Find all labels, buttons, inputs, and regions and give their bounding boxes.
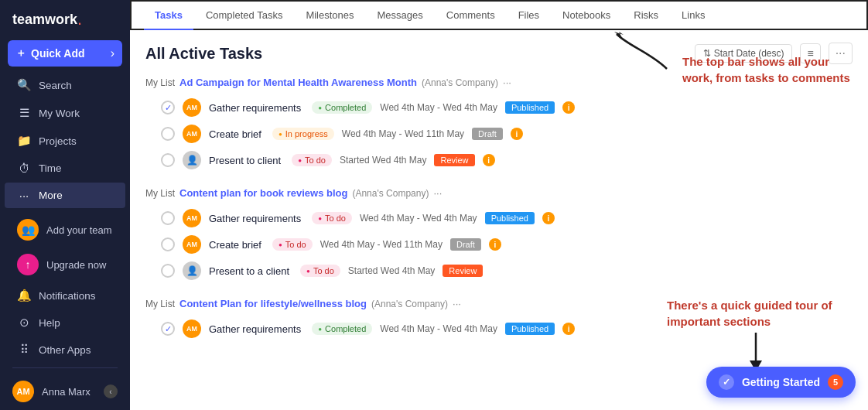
task-check[interactable]: ✓ [161,101,175,114]
tab-completed[interactable]: Completed Tasks [195,2,293,30]
task-check[interactable] [161,153,175,167]
avatar: 👤 [183,151,201,169]
task-tag: Review [434,154,474,166]
group-more-icon[interactable]: ··· [503,77,511,88]
task-name: Gather requirements [209,323,301,335]
task-name: Create brief [209,128,261,140]
sidebar: teamwork. ＋ Quick Add › 🔍 Search ☰ My Wo… [0,0,130,410]
task-date: Started Wed 4th May [348,265,436,276]
upgrade-label: Upgrade now [46,259,106,271]
status-badge: Completed [312,101,372,114]
table-row: 👤Present to a clientTo doStarted Wed 4th… [145,258,853,284]
down-arrow-annotation [740,333,771,371]
task-check[interactable] [161,237,175,251]
table-row: ✓AMGather requirementsCompletedWed 4th M… [145,94,853,121]
task-date: Wed 4th May - Wed 4th May [380,102,497,113]
sidebar-user[interactable]: AM Anna Marx ‹ [0,373,130,410]
user-avatar: AM [12,381,34,402]
status-badge: To do [272,238,313,251]
quick-add-button[interactable]: ＋ Quick Add › [8,40,122,67]
sidebar-item-time[interactable]: ⏱ Time [5,155,125,181]
task-check[interactable] [161,211,175,225]
tab-links[interactable]: Links [671,2,716,30]
task-date: Wed 4th May - Wed 4th May [380,323,497,334]
avatar: AM [183,319,201,338]
sidebar-divider [12,367,118,368]
task-tag: Draft [450,238,481,251]
bell-icon: 🔔 [17,289,31,302]
chevron-right-icon: › [111,46,114,60]
tab-risks[interactable]: Risks [623,2,669,30]
task-name: Present to a client [209,265,289,277]
tab-comments[interactable]: Comments [436,2,506,30]
group-title: Ad Campaign for Mental Health Awareness … [179,77,417,88]
group-more-icon[interactable]: ··· [453,298,461,309]
page-title: All Active Tasks [145,45,262,63]
logo-text: teamwork [12,12,77,28]
logo: teamwork. [0,0,130,36]
main-content: TasksCompleted TasksMilestonesMessagesCo… [130,0,868,410]
sidebar-item-upgrade[interactable]: ↑ Upgrade now [5,248,125,282]
info-icon[interactable]: i [562,101,575,114]
tab-bar: TasksCompleted TasksMilestonesMessagesCo… [130,0,868,30]
sidebar-item-other-apps[interactable]: ⠿ Other Apps [5,337,125,363]
table-row: AMGather requirementsTo doWed 4th May - … [145,205,853,231]
status-badge: To do [300,265,340,277]
task-check[interactable] [161,127,175,141]
sidebar-item-my-work[interactable]: ☰ My Work [5,100,125,126]
task-tag: Published [485,212,535,224]
task-check[interactable]: ✓ [161,322,175,336]
table-row: 👤Present to clientTo doStarted Wed 4th M… [145,147,853,173]
task-group: My List Content plan for book reviews bl… [145,187,853,284]
add-team-icon: 👥 [17,219,39,241]
task-date: Wed 4th May - Wed 11th May [342,128,464,139]
tab-notebooks[interactable]: Notebooks [552,2,621,30]
sidebar-item-add-team[interactable]: 👥 Add your team [5,213,125,247]
task-check[interactable] [161,264,175,278]
info-icon[interactable]: i [511,128,523,140]
callout-top-text: The top bar shows all your work, from ta… [682,53,853,86]
sidebar-item-projects[interactable]: 📁 Projects [5,128,125,154]
sidebar-item-label: Search [39,80,72,91]
sidebar-item-label: Projects [39,135,77,147]
getting-started-count: 5 [828,374,843,390]
callout-bottom-text: There's a quick guided tour of important… [667,297,845,330]
task-date: Wed 4th May - Wed 11th May [320,239,443,250]
group-title: Content plan for book reviews blog [179,187,347,199]
sidebar-collapse-button[interactable]: ‹ [104,384,118,398]
info-icon[interactable]: i [489,238,501,251]
task-group: My List Ad Campaign for Mental Health Aw… [145,77,853,173]
group-more-icon[interactable]: ··· [433,187,442,199]
group-list-label: My List [145,299,175,309]
tab-messages[interactable]: Messages [367,2,434,30]
task-date: Wed 4th May - Wed 4th May [360,213,477,224]
tab-milestones[interactable]: Milestones [295,2,364,30]
sidebar-item-label: Other Apps [39,344,91,356]
group-header: My List Content plan for book reviews bl… [145,187,853,199]
sidebar-item-label: Help [39,317,60,329]
group-title: Content Plan for lifestyle/wellness blog [179,298,367,309]
task-tag: Draft [472,128,503,140]
sidebar-item-search[interactable]: 🔍 Search [5,72,125,98]
group-company: (Anna's Company) [371,299,448,309]
task-tag: Review [443,265,483,277]
avatar: AM [183,235,201,254]
info-icon[interactable]: i [542,212,555,224]
table-row: AMCreate briefIn progressWed 4th May - W… [145,121,853,147]
tab-tasks[interactable]: Tasks [144,2,193,30]
callout-top: The top bar shows all your work, from ta… [682,53,853,86]
info-icon[interactable]: i [562,323,575,335]
getting-started-button[interactable]: ✓ Getting Started 5 [706,367,856,398]
avatar: AM [183,209,201,227]
status-badge: In progress [272,128,334,140]
sidebar-item-more[interactable]: ··· More [5,183,125,208]
sidebar-item-help[interactable]: ⊙ Help [5,309,125,336]
tab-files[interactable]: Files [507,2,550,30]
sidebar-item-notifications[interactable]: 🔔 Notifications [5,282,125,309]
callout-bottom: There's a quick guided tour of important… [667,297,845,371]
arrow-annotation [613,30,675,77]
info-icon[interactable]: i [483,154,495,166]
sidebar-item-label: Time [39,162,62,174]
logo-dot: . [77,11,82,28]
user-name: Anna Marx [42,386,91,398]
